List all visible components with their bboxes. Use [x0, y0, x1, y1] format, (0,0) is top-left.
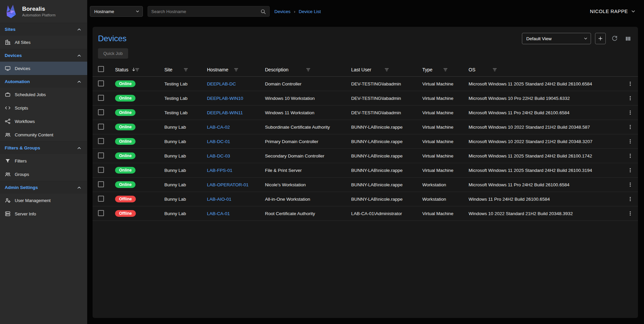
column-header-type[interactable]: Type — [422, 63, 469, 76]
hostname-link[interactable]: DEEPLAB-WIN11 — [207, 110, 243, 115]
add-view-button[interactable] — [595, 33, 606, 44]
last-user-cell: BUNNY-LAB\nicole.rappe — [351, 197, 422, 202]
row-checkbox[interactable] — [98, 196, 104, 202]
type-cell: Workstation — [422, 182, 469, 187]
row-checkbox[interactable] — [98, 95, 104, 101]
row-menu-button[interactable] — [626, 151, 635, 160]
filter-icon[interactable] — [443, 67, 448, 72]
last-user-cell: LAB-CA-01\Administrator — [351, 211, 422, 216]
filter-icon[interactable] — [135, 67, 140, 72]
sidebar-item-devices[interactable]: Devices — [0, 62, 87, 75]
row-menu-button[interactable] — [626, 180, 635, 189]
chevron-up-icon — [76, 27, 82, 32]
refresh-button[interactable] — [610, 34, 619, 43]
column-header-hostname[interactable]: Hostname — [207, 63, 265, 76]
hostname-link[interactable]: DEEPLAB-WIN10 — [207, 96, 243, 101]
filter-icon[interactable] — [183, 67, 189, 72]
row-checkbox[interactable] — [98, 109, 104, 115]
hostname-link[interactable]: LAB-DC-01 — [207, 139, 230, 144]
row-checkbox[interactable] — [98, 152, 104, 158]
select-all-checkbox[interactable] — [98, 66, 104, 72]
sidebar-item-groups[interactable]: Groups — [0, 168, 87, 181]
sidebar-section-automation[interactable]: Automation — [0, 75, 87, 88]
row-checkbox[interactable] — [98, 210, 104, 216]
filter-icon[interactable] — [492, 67, 497, 72]
groups-icon — [5, 171, 11, 177]
sidebar-item-user-management[interactable]: User Management — [0, 194, 87, 207]
row-checkbox[interactable] — [98, 80, 104, 86]
sidebar-section-sites[interactable]: Sites — [0, 23, 87, 36]
chevron-up-icon — [76, 145, 82, 151]
row-checkbox[interactable] — [98, 138, 104, 144]
sidebar-item-community-content[interactable]: Community Content — [0, 128, 87, 141]
breadcrumb-devices[interactable]: Devices — [274, 9, 290, 14]
column-header-last-user[interactable]: Last User — [351, 63, 422, 76]
hostname-link[interactable]: LAB-AIO-01 — [207, 197, 231, 202]
columns-button[interactable] — [623, 34, 633, 43]
description-cell: Domain Controller — [265, 81, 351, 86]
os-cell: Microsoft Windows 10 Pro 22H2 Build 1904… — [469, 96, 623, 101]
os-cell: Microsoft Windows 11 2025 Standard 24H2 … — [469, 168, 623, 173]
site-cell: Bunny Lab — [164, 182, 207, 187]
status-badge: Online — [115, 138, 136, 145]
sidebar-item-label: Groups — [15, 172, 29, 177]
row-menu-button[interactable] — [626, 108, 635, 117]
filter-icon[interactable] — [384, 67, 389, 72]
status-badge: Offline — [115, 210, 136, 217]
sidebar-item-all-sites[interactable]: All Sites — [0, 36, 87, 49]
row-menu-button[interactable] — [626, 93, 635, 103]
filter-funnel-icon — [5, 158, 11, 164]
sidebar-section-devices[interactable]: Devices — [0, 49, 87, 62]
hostname-link[interactable]: LAB-DC-03 — [207, 153, 230, 158]
hostname-link[interactable]: LAB-FPS-01 — [207, 168, 232, 173]
filter-icon[interactable] — [306, 67, 311, 72]
row-checkbox[interactable] — [98, 124, 104, 130]
column-header-status[interactable]: Status — [110, 63, 164, 76]
row-menu-button[interactable] — [626, 194, 635, 204]
row-menu-button[interactable] — [626, 209, 635, 218]
status-badge: Online — [115, 152, 136, 159]
row-menu-button[interactable] — [626, 166, 635, 175]
column-header-description[interactable]: Description — [265, 63, 351, 76]
column-header-os[interactable]: OS — [469, 63, 623, 76]
hostname-link[interactable]: LAB-OPERATOR-01 — [207, 182, 249, 187]
sidebar-item-label: Devices — [15, 66, 30, 71]
chevron-up-icon — [76, 79, 82, 84]
sidebar-item-scheduled-jobs[interactable]: Scheduled Jobs — [0, 88, 87, 101]
filter-icon[interactable] — [233, 67, 239, 72]
sidebar-item-server-info[interactable]: Server Info — [0, 207, 87, 220]
row-menu-button[interactable] — [626, 137, 635, 146]
column-label: Description — [265, 67, 288, 72]
search-icon[interactable] — [260, 9, 266, 14]
sidebar-item-filters[interactable]: Filters — [0, 154, 87, 168]
user-menu[interactable]: NICOLE RAPPE — [590, 9, 636, 14]
last-user-cell: BUNNY-LAB\nicole.rappe — [351, 153, 422, 158]
row-checkbox[interactable] — [98, 167, 104, 173]
sidebar-item-workflows[interactable]: Workflows — [0, 115, 87, 128]
people-icon — [5, 132, 11, 138]
view-selector[interactable]: Default View — [522, 33, 591, 44]
sidebar-item-scripts[interactable]: Scripts — [0, 101, 87, 115]
sidebar-item-label: All Sites — [15, 40, 31, 45]
row-menu-button[interactable] — [626, 122, 635, 132]
hostname-link[interactable]: LAB-CA-01 — [207, 211, 230, 216]
row-menu-button[interactable] — [626, 79, 635, 88]
row-checkbox[interactable] — [98, 181, 104, 187]
quick-job-button[interactable]: Quick Job — [98, 48, 128, 59]
search-field-selector[interactable]: Hostname — [90, 6, 143, 17]
description-cell: Windows 10 Workstation — [265, 96, 351, 101]
sidebar-section-filters-groups[interactable]: Filters & Groups — [0, 141, 87, 154]
sidebar-section-admin-settings[interactable]: Admin Settings — [0, 181, 87, 194]
site-cell: Bunny Lab — [164, 197, 207, 202]
hostname-link[interactable]: DEEPLAB-DC — [207, 81, 236, 86]
chevron-up-icon — [76, 53, 82, 58]
breadcrumb-device-list[interactable]: Device List — [299, 9, 321, 14]
table-row: Online Testing Lab DEEPLAB-DC Domain Con… — [93, 77, 638, 91]
content-area: Hostname Devices › Device List NICOLE RA… — [87, 0, 644, 324]
column-header-site[interactable]: Site — [164, 63, 207, 76]
os-cell: Microsoft Windows 11 2025 Standard 24H2 … — [469, 153, 623, 158]
description-cell: Root Certificate Authority — [265, 211, 351, 216]
search-input[interactable] — [151, 9, 258, 14]
user-gear-icon — [5, 197, 11, 203]
hostname-link[interactable]: LAB-CA-02 — [207, 125, 230, 130]
